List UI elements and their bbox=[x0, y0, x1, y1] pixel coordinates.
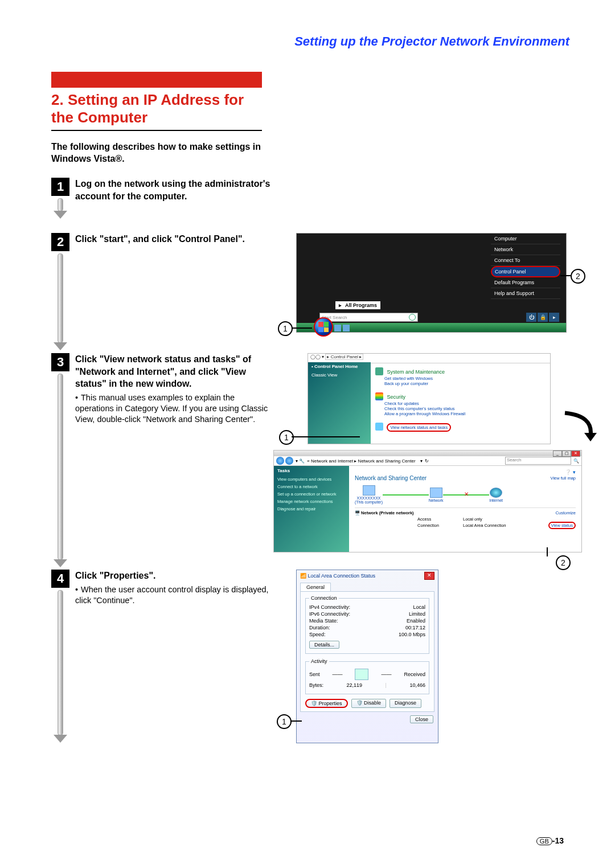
address-bar[interactable]: ▾ 🔧« Network and Internet ▸ Network and … bbox=[274, 456, 581, 466]
task-link[interactable]: Set up a connection or network bbox=[274, 490, 349, 498]
chapter-title: 2. Setting an IP Address for the Compute… bbox=[51, 91, 262, 131]
step-3: 3 Click "View network status and tasks" … bbox=[51, 353, 273, 424]
intro-text: The following describes how to make sett… bbox=[51, 141, 268, 165]
task-link[interactable]: Diagnose and repair bbox=[274, 505, 349, 513]
step-number-badge: 2 bbox=[51, 233, 69, 251]
page-header: Setting up the Projector Network Environ… bbox=[51, 34, 569, 49]
category-title[interactable]: Security bbox=[387, 394, 405, 400]
category-sublink[interactable]: Allow a program through Windows Firewall bbox=[384, 411, 546, 416]
task-link[interactable]: Manage network connections bbox=[274, 498, 349, 505]
step-1: 1 Log on the network using the administr… bbox=[51, 178, 569, 202]
category-system: System and Maintenance Get started with … bbox=[375, 366, 546, 386]
system-icon bbox=[375, 367, 383, 375]
customize-link[interactable]: Customize bbox=[542, 510, 576, 515]
node-internet: Internet bbox=[489, 488, 503, 502]
all-programs-link[interactable]: All Programs bbox=[335, 301, 380, 309]
start-menu-item[interactable]: Network bbox=[491, 244, 560, 255]
lock-icon[interactable]: 🔒 bbox=[538, 313, 548, 322]
sidebar-link[interactable]: Classic View bbox=[308, 371, 371, 379]
network-name: Network (Private network) bbox=[361, 510, 414, 515]
dialog-titlebar: 📶 Local Area Connection Status ✕ bbox=[297, 570, 438, 582]
step-4: 4 Click "Properties". •When the user acc… bbox=[51, 570, 273, 605]
start-menu-item[interactable]: Default Programs bbox=[491, 277, 560, 288]
callout-1: 1 bbox=[278, 321, 293, 336]
step-1-title: Log on the network using the administrat… bbox=[75, 178, 272, 202]
shield-icon bbox=[375, 392, 383, 400]
callout-line bbox=[290, 720, 302, 722]
callout-2: 2 bbox=[556, 555, 571, 570]
callout-line bbox=[547, 547, 548, 556]
category-sublink[interactable]: Check for updates bbox=[384, 401, 546, 406]
network-map: XXXXXXXXX(This computer) Network Interne… bbox=[355, 485, 503, 504]
row-key: Connection bbox=[417, 523, 463, 528]
taskbar-quick-launch[interactable] bbox=[334, 325, 350, 331]
step-2: 2 Click "start", and click "Control Pane… bbox=[51, 233, 273, 256]
power-buttons[interactable]: ⏻ 🔒 ▸ bbox=[526, 313, 559, 322]
window-buttons[interactable]: _▢✕ bbox=[553, 451, 580, 457]
callout-2: 2 bbox=[571, 269, 585, 284]
nsc-sidebar: Tasks View computers and devices Connect… bbox=[274, 466, 349, 552]
step-4-note: •When the user account control display i… bbox=[75, 584, 272, 606]
category-sublink[interactable]: Check this computer's security status bbox=[384, 406, 546, 411]
start-menu-item[interactable]: Connect To bbox=[491, 255, 560, 266]
page-number: GB-13 bbox=[536, 836, 564, 845]
properties-button[interactable]: 🛡️ Properties bbox=[305, 699, 348, 708]
legend: Activity bbox=[309, 658, 329, 664]
step-4-title: Click "Properties". bbox=[75, 570, 272, 582]
details-button[interactable]: Details... bbox=[309, 641, 339, 649]
search-input[interactable]: Search bbox=[505, 457, 571, 465]
callout-line bbox=[292, 327, 312, 329]
task-link[interactable]: View computers and devices bbox=[274, 476, 349, 483]
tasks-heading: Tasks bbox=[274, 466, 349, 476]
screenshot-lac-status: 📶 Local Area Connection Status ✕ General… bbox=[296, 570, 438, 743]
screenshot-network-sharing-center: _▢✕ ▾ 🔧« Network and Internet ▸ Network … bbox=[273, 450, 582, 552]
step-3-title: Click "View network status and tasks" of… bbox=[75, 353, 272, 390]
flow-arrow-icon bbox=[559, 410, 599, 444]
screenshot-control-panel: ◯◯ ▾ ▸ Control Panel ▸ • Control Panel H… bbox=[308, 353, 551, 444]
sent-label: Sent bbox=[309, 672, 320, 677]
network-icon bbox=[375, 423, 383, 431]
close-button[interactable]: Close bbox=[410, 715, 433, 723]
category-sublink[interactable]: Back up your computer bbox=[384, 381, 546, 386]
legend: Connection bbox=[309, 595, 339, 601]
category-security: Security Check for updates Check this co… bbox=[375, 391, 546, 416]
start-orb-icon[interactable] bbox=[314, 317, 333, 337]
tab-general[interactable]: General bbox=[300, 583, 331, 591]
screenshot-start-menu: Computer Network Connect To Control Pane… bbox=[296, 233, 567, 333]
callout-1: 1 bbox=[277, 714, 292, 729]
start-menu-item-control-panel[interactable]: Control Panel bbox=[491, 266, 560, 277]
start-menu-item[interactable]: Computer bbox=[491, 234, 560, 244]
diagnose-button[interactable]: Diagnose bbox=[390, 699, 421, 708]
monitor-icon bbox=[355, 669, 368, 680]
node-network: Network bbox=[429, 488, 444, 502]
step-number-badge: 1 bbox=[51, 178, 69, 196]
power-icon[interactable]: ⏻ bbox=[526, 313, 536, 322]
category-title[interactable]: System and Maintenance bbox=[387, 369, 445, 375]
node-pc: XXXXXXXXX(This computer) bbox=[355, 485, 383, 504]
chapter-number: 2. bbox=[51, 91, 64, 108]
start-search-input[interactable]: Start Search bbox=[319, 313, 418, 322]
control-panel-sidebar: • Control Panel Home Classic View bbox=[308, 362, 371, 444]
start-menu-item[interactable]: Help and Support bbox=[491, 288, 560, 299]
view-status-link[interactable]: View status bbox=[548, 522, 576, 529]
view-network-status-link[interactable]: View network status and tasks bbox=[387, 423, 451, 432]
step-3-note: •This manual uses examples to explain th… bbox=[75, 392, 272, 425]
row-val: Local only bbox=[463, 517, 542, 522]
connection-fieldset: Connection IPv4 Connectivity:Local IPv6 … bbox=[305, 595, 429, 654]
activity-fieldset: Activity Sent —— —— Received Bytes:22,11… bbox=[305, 658, 429, 694]
category-sublink[interactable]: Get started with Windows bbox=[384, 376, 546, 381]
close-icon[interactable]: ✕ bbox=[424, 572, 434, 580]
step-number-badge: 4 bbox=[51, 570, 69, 588]
sidebar-link[interactable]: • Control Panel Home bbox=[308, 362, 371, 371]
nav-back-icon[interactable] bbox=[276, 457, 284, 465]
arrow-icon[interactable]: ▸ bbox=[549, 313, 559, 322]
callout-1: 1 bbox=[279, 430, 294, 445]
step-2-title: Click "start", and click "Control Panel"… bbox=[75, 233, 272, 245]
row-key: Access bbox=[417, 517, 463, 522]
task-link[interactable]: Connect to a network bbox=[274, 483, 349, 490]
nav-fwd-icon[interactable] bbox=[285, 457, 293, 465]
disable-button[interactable]: 🛡️ Disable bbox=[351, 699, 387, 708]
callout-line bbox=[560, 275, 571, 276]
row-val: Local Area Connection bbox=[463, 523, 542, 528]
chapter-title-text: Setting an IP Address for the Computer bbox=[51, 91, 244, 126]
